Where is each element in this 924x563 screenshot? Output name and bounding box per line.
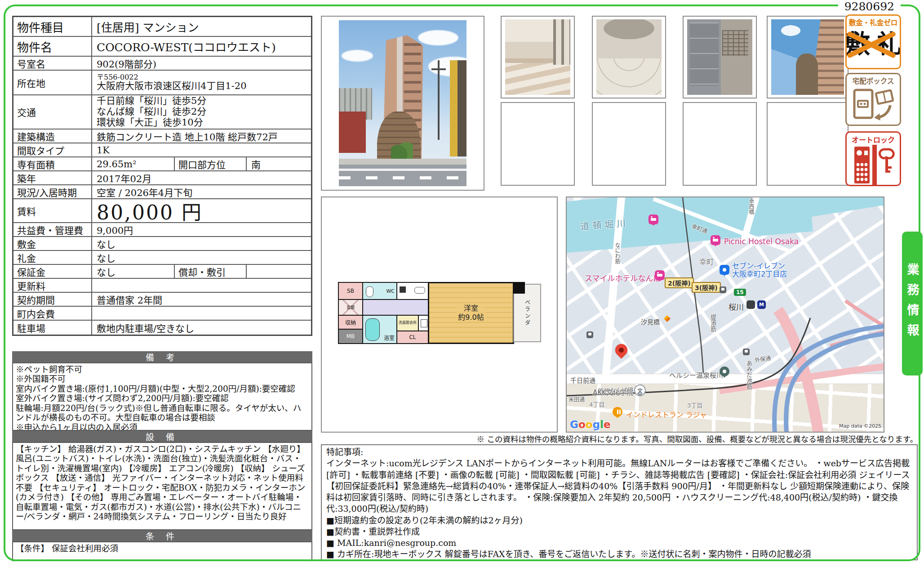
poi-label-onsen[interactable]: ヘルシー温泉桜川 <box>669 370 723 380</box>
table-row-rent: 賃料 80,000 円 <box>13 199 311 223</box>
route-15-shield: 15 <box>734 289 746 296</box>
restaurant-pin-icon[interactable] <box>613 407 622 417</box>
row-value: 2017年02月 <box>92 171 311 184</box>
row-value: 902(9階部分) <box>92 57 311 70</box>
row-label: 号室名 <box>13 57 92 70</box>
table-row: 物件種目 [住居用] マンション <box>13 17 311 37</box>
row-value: 29.65m² <box>92 157 174 170</box>
disclaimer-text: ※ この資料は物件の概略紹介資料になります。写真、間取図面、設備、概要などが現況… <box>321 433 918 444</box>
row-label: 専有面積 <box>13 157 92 170</box>
poi-label-seven-eleven[interactable]: セブン-イレブン 大阪幸町2丁目店 <box>732 262 787 279</box>
photo-entrance-corridor <box>501 16 575 98</box>
transit-line: なんば線「桜川」徒歩2分 <box>97 107 206 117</box>
school-glyph: 文 <box>637 387 643 394</box>
remark-line: 室外バイク置き場:(サイズ問わず2,200円/月額):要空確認 <box>16 393 309 403</box>
conditions-header: 条 件 <box>12 530 312 541</box>
sidewalk <box>339 159 466 165</box>
poi-label-akk[interactable]: AKK文化学院 <box>593 387 633 397</box>
row-label: 礼金 <box>13 251 92 264</box>
bridge-label: 幸西橋 <box>747 198 755 214</box>
poi-label-smile-hotel[interactable]: スマイルホテルなんば <box>585 272 661 283</box>
poi-label-picnic-hostel[interactable]: Picnic Hostel Osaka <box>724 237 799 246</box>
row-label: 交通 <box>13 95 92 129</box>
rent-value: 80,000 円 <box>92 199 311 222</box>
logo-letter: o <box>586 419 593 430</box>
logo-letter: g <box>593 419 600 430</box>
row-label-2: 開口部方位 <box>174 157 247 170</box>
school-pin-icon[interactable]: 文 <box>634 384 646 396</box>
utility-pole <box>438 60 440 140</box>
badge-title: 宅配ボックス <box>847 74 900 85</box>
toilet-icon <box>366 286 373 297</box>
poi-label-raja[interactable]: インドレストラン ラジャ <box>626 409 707 420</box>
row-value: 千日前線「桜川」徒歩5分 なんば線「桜川」徒歩2分 環状線「大正」徒歩10分 <box>92 95 311 129</box>
bathroom: 浴室 <box>362 315 397 344</box>
photo-building-exterior <box>321 16 484 191</box>
row-label: 物件名 <box>13 37 92 56</box>
business-info-tab[interactable]: 業務情報 <box>902 232 923 375</box>
photo-content <box>339 20 466 186</box>
remarks-box: ※ペット飼育不可 ※外国籍不可 室内バイク置き場:(原付1,100円/月額)(中… <box>12 362 312 431</box>
hotel-pin-icon[interactable] <box>649 214 658 224</box>
zero-deposit-graphic: 敷 礼 <box>847 27 900 62</box>
remarks-header: 備 考 <box>12 351 312 362</box>
conditions-box: 【条件】 保証会社利用必須 <box>12 541 312 561</box>
row-label: 町内会費 <box>13 307 92 320</box>
equipment-box: 【キッチン】 給湯器(ガス)・ガスコンロ(2口)・システムキッチン 【水廻り】 … <box>12 442 312 530</box>
row-label: 築年 <box>13 171 92 184</box>
table-row: 物件名 COCORO-WEST(ココロウエスト) <box>13 37 311 57</box>
remark-line: 室内バイク置き場:(原付1,100円/月額)(中型・大型2,200円/月額):要… <box>16 384 309 393</box>
row-label: 賃料 <box>13 199 92 222</box>
row-value: 敷地内駐車場/空きなし <box>92 321 311 335</box>
row-value: 鉄筋コンクリート造 地上10階 総戸数72戸 <box>92 130 311 143</box>
station-label-shiomibashi: 汐見橋 <box>641 317 660 326</box>
logo-letter: l <box>600 419 604 430</box>
street <box>339 165 466 186</box>
table-row: 礼金 なし <box>13 251 311 265</box>
seven-eleven-pin-icon[interactable] <box>720 265 729 275</box>
remark-line: 駐輪場:月額220円/台(ラック式)※但し普通自転車に限る。タイヤが太い、ハンド… <box>16 403 309 423</box>
photo-frame-empty <box>592 102 666 186</box>
property-datasheet: 9280692 物件種目 [住居用] マンション 物件名 COCORO-WEST… <box>0 0 924 563</box>
map-transit-layer <box>567 197 884 433</box>
location-map[interactable]: 道頓堀川 幸町通 Picnic Hostel Osaka 幸町 セブン-イレブン… <box>566 197 884 433</box>
seven-line2: 大阪幸町2丁目店 <box>732 270 787 278</box>
remark-line: ※ペット飼育不可 <box>16 365 309 374</box>
delivery-box-icon <box>851 85 896 123</box>
document-number: 9280692 <box>838 0 901 13</box>
map-attribution: Map data ©2025 <box>839 423 881 429</box>
fork-glyph <box>617 410 618 414</box>
onsen-pin-icon[interactable] <box>720 366 729 376</box>
wc-label: WC <box>386 288 395 294</box>
hallway <box>362 299 429 316</box>
hotel-pin-icon[interactable] <box>655 270 665 280</box>
row-value: 1K <box>92 143 311 156</box>
kitchen <box>396 282 429 300</box>
meter-box: MB <box>338 329 363 344</box>
cloud <box>418 30 458 45</box>
badge-zero-deposit: 敷金・礼金ゼロ 敷 礼 <box>845 14 901 69</box>
property-spec-table: 物件種目 [住居用] マンション 物件名 COCORO-WEST(ココロウエスト… <box>12 16 312 336</box>
row-label: 間取タイプ <box>13 143 92 156</box>
logo-letter: e <box>604 419 611 430</box>
row-value: 9,000円 <box>92 223 311 236</box>
remark-line: ※申込から1ヶ月以内の入居必須 <box>16 423 309 431</box>
hotel-pin-icon[interactable] <box>711 235 720 245</box>
photo-building-lookup <box>767 16 848 98</box>
seven-line1: セブン-イレブン <box>732 262 787 270</box>
row-label: 現況/入居時期 <box>13 185 92 198</box>
closet: 収納 <box>338 315 363 330</box>
table-row: 所在地 〒556-0022 大阪府大阪市浪速区桜川4丁目1-20 <box>13 71 311 95</box>
notes-body: インターネット:ucom光レジデンス LANポートからインターネット利用可能。無… <box>326 458 912 514</box>
photo-frame-empty <box>767 102 848 186</box>
row-value: 普通借家 2年間 <box>92 293 311 306</box>
logo-letter: G <box>570 419 578 430</box>
row-label: 敷金 <box>13 237 92 250</box>
stove-icon <box>400 286 406 293</box>
station-label-sakuragawa: 桜川 <box>729 301 744 312</box>
equipment-header: 設 備 <box>12 431 312 442</box>
badge-title: オートロック <box>847 133 900 145</box>
photo-frame-empty <box>501 102 575 186</box>
table-row: 契約期間 普通借家 2年間 <box>13 293 311 307</box>
station-exit-badge: 2(阪神) <box>665 277 694 288</box>
